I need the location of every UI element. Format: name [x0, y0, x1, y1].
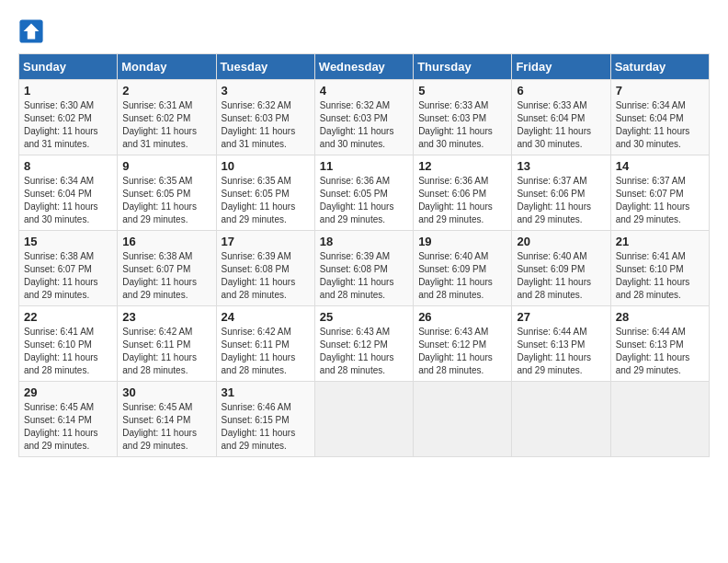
calendar-cell: 4Sunrise: 6:32 AMSunset: 6:03 PMDaylight… [314, 80, 413, 155]
day-number: 25 [320, 310, 408, 324]
calendar-cell: 18Sunrise: 6:39 AMSunset: 6:08 PMDayligh… [314, 231, 413, 306]
weekday-header-sunday: Sunday [19, 54, 118, 80]
day-number: 15 [24, 235, 112, 248]
calendar-cell: 31Sunrise: 6:46 AMSunset: 6:15 PMDayligh… [216, 382, 314, 457]
day-number: 30 [122, 385, 210, 399]
day-content: Sunrise: 6:36 AMSunset: 6:06 PMDaylight:… [418, 175, 506, 226]
calendar-cell: 21Sunrise: 6:41 AMSunset: 6:10 PMDayligh… [610, 231, 709, 306]
day-content: Sunrise: 6:39 AMSunset: 6:08 PMDaylight:… [222, 250, 310, 302]
day-number: 3 [222, 84, 310, 98]
day-number: 18 [320, 235, 408, 248]
calendar-table: SundayMondayTuesdayWednesdayThursdayFrid… [18, 53, 710, 457]
calendar-cell: 7Sunrise: 6:34 AMSunset: 6:04 PMDaylight… [610, 80, 709, 155]
weekday-header-thursday: Thursday [414, 54, 512, 80]
calendar-cell: 19Sunrise: 6:40 AMSunset: 6:09 PMDayligh… [414, 231, 512, 306]
day-number: 16 [122, 235, 210, 248]
day-content: Sunrise: 6:33 AMSunset: 6:03 PMDaylight:… [418, 99, 506, 151]
calendar-cell: 25Sunrise: 6:43 AMSunset: 6:12 PMDayligh… [314, 306, 413, 382]
day-content: Sunrise: 6:32 AMSunset: 6:03 PMDaylight:… [320, 99, 408, 151]
weekday-header-tuesday: Tuesday [216, 54, 314, 80]
day-number: 26 [418, 310, 506, 324]
calendar-cell: 16Sunrise: 6:38 AMSunset: 6:07 PMDayligh… [118, 231, 216, 306]
day-number: 14 [616, 159, 704, 173]
calendar-cell: 26Sunrise: 6:43 AMSunset: 6:12 PMDayligh… [414, 306, 512, 382]
day-content: Sunrise: 6:44 AMSunset: 6:13 PMDaylight:… [616, 326, 704, 377]
calendar-cell: 11Sunrise: 6:36 AMSunset: 6:05 PMDayligh… [314, 155, 413, 231]
day-content: Sunrise: 6:42 AMSunset: 6:11 PMDaylight:… [122, 326, 210, 377]
day-number: 9 [122, 159, 210, 173]
day-content: Sunrise: 6:40 AMSunset: 6:09 PMDaylight:… [517, 250, 605, 302]
calendar-cell: 13Sunrise: 6:37 AMSunset: 6:06 PMDayligh… [512, 155, 610, 231]
calendar-cell: 24Sunrise: 6:42 AMSunset: 6:11 PMDayligh… [216, 306, 314, 382]
weekday-header-saturday: Saturday [610, 54, 709, 80]
day-number: 19 [418, 235, 506, 248]
day-number: 10 [222, 159, 310, 173]
page-header [18, 18, 710, 44]
day-number: 11 [320, 159, 408, 173]
calendar-cell: 28Sunrise: 6:44 AMSunset: 6:13 PMDayligh… [610, 306, 709, 382]
day-number: 22 [24, 310, 112, 324]
day-content: Sunrise: 6:42 AMSunset: 6:11 PMDaylight:… [222, 326, 310, 377]
day-number: 21 [616, 235, 704, 248]
calendar-cell: 5Sunrise: 6:33 AMSunset: 6:03 PMDaylight… [414, 80, 512, 155]
calendar-week-4: 29Sunrise: 6:45 AMSunset: 6:14 PMDayligh… [19, 382, 710, 457]
day-content: Sunrise: 6:30 AMSunset: 6:02 PMDaylight:… [24, 99, 112, 151]
calendar-cell: 10Sunrise: 6:35 AMSunset: 6:05 PMDayligh… [216, 155, 314, 231]
day-number: 7 [616, 84, 704, 98]
day-number: 20 [517, 235, 605, 248]
day-number: 28 [616, 310, 704, 324]
calendar-cell: 29Sunrise: 6:45 AMSunset: 6:14 PMDayligh… [19, 382, 118, 457]
logo [18, 18, 48, 44]
calendar-week-1: 8Sunrise: 6:34 AMSunset: 6:04 PMDaylight… [19, 155, 710, 231]
logo-icon [18, 18, 44, 44]
calendar-week-0: 1Sunrise: 6:30 AMSunset: 6:02 PMDaylight… [19, 80, 710, 155]
weekday-header-monday: Monday [118, 54, 216, 80]
calendar-cell: 15Sunrise: 6:38 AMSunset: 6:07 PMDayligh… [19, 231, 118, 306]
day-content: Sunrise: 6:34 AMSunset: 6:04 PMDaylight:… [616, 99, 704, 151]
day-number: 8 [24, 159, 112, 173]
calendar-cell: 9Sunrise: 6:35 AMSunset: 6:05 PMDaylight… [118, 155, 216, 231]
weekday-header-friday: Friday [512, 54, 610, 80]
day-content: Sunrise: 6:37 AMSunset: 6:07 PMDaylight:… [616, 175, 704, 226]
day-content: Sunrise: 6:36 AMSunset: 6:05 PMDaylight:… [320, 175, 408, 226]
calendar-cell: 6Sunrise: 6:33 AMSunset: 6:04 PMDaylight… [512, 80, 610, 155]
calendar-cell: 8Sunrise: 6:34 AMSunset: 6:04 PMDaylight… [19, 155, 118, 231]
calendar-cell: 3Sunrise: 6:32 AMSunset: 6:03 PMDaylight… [216, 80, 314, 155]
day-content: Sunrise: 6:31 AMSunset: 6:02 PMDaylight:… [122, 99, 210, 151]
day-number: 24 [222, 310, 310, 324]
day-content: Sunrise: 6:40 AMSunset: 6:09 PMDaylight:… [418, 250, 506, 302]
calendar-cell: 20Sunrise: 6:40 AMSunset: 6:09 PMDayligh… [512, 231, 610, 306]
day-content: Sunrise: 6:41 AMSunset: 6:10 PMDaylight:… [616, 250, 704, 302]
calendar-cell: 12Sunrise: 6:36 AMSunset: 6:06 PMDayligh… [414, 155, 512, 231]
day-number: 23 [122, 310, 210, 324]
day-content: Sunrise: 6:39 AMSunset: 6:08 PMDaylight:… [320, 250, 408, 302]
calendar-cell [414, 382, 512, 457]
day-content: Sunrise: 6:46 AMSunset: 6:15 PMDaylight:… [222, 401, 310, 453]
day-content: Sunrise: 6:35 AMSunset: 6:05 PMDaylight:… [122, 175, 210, 226]
day-content: Sunrise: 6:43 AMSunset: 6:12 PMDaylight:… [418, 326, 506, 377]
calendar-cell: 1Sunrise: 6:30 AMSunset: 6:02 PMDaylight… [19, 80, 118, 155]
calendar-cell: 27Sunrise: 6:44 AMSunset: 6:13 PMDayligh… [512, 306, 610, 382]
day-content: Sunrise: 6:37 AMSunset: 6:06 PMDaylight:… [517, 175, 605, 226]
calendar-cell [610, 382, 709, 457]
calendar-cell: 30Sunrise: 6:45 AMSunset: 6:14 PMDayligh… [118, 382, 216, 457]
day-number: 13 [517, 159, 605, 173]
calendar-cell [314, 382, 413, 457]
day-number: 5 [418, 84, 506, 98]
day-number: 27 [517, 310, 605, 324]
calendar-cell: 2Sunrise: 6:31 AMSunset: 6:02 PMDaylight… [118, 80, 216, 155]
day-number: 6 [517, 84, 605, 98]
calendar-cell: 17Sunrise: 6:39 AMSunset: 6:08 PMDayligh… [216, 231, 314, 306]
day-number: 17 [222, 235, 310, 248]
calendar-cell: 22Sunrise: 6:41 AMSunset: 6:10 PMDayligh… [19, 306, 118, 382]
day-number: 2 [122, 84, 210, 98]
day-content: Sunrise: 6:45 AMSunset: 6:14 PMDaylight:… [24, 401, 112, 453]
calendar-cell [512, 382, 610, 457]
day-content: Sunrise: 6:45 AMSunset: 6:14 PMDaylight:… [122, 401, 210, 453]
day-content: Sunrise: 6:41 AMSunset: 6:10 PMDaylight:… [24, 326, 112, 377]
weekday-header-wednesday: Wednesday [314, 54, 413, 80]
calendar-week-3: 22Sunrise: 6:41 AMSunset: 6:10 PMDayligh… [19, 306, 710, 382]
calendar-cell: 14Sunrise: 6:37 AMSunset: 6:07 PMDayligh… [610, 155, 709, 231]
day-content: Sunrise: 6:44 AMSunset: 6:13 PMDaylight:… [517, 326, 605, 377]
day-number: 31 [222, 385, 310, 399]
